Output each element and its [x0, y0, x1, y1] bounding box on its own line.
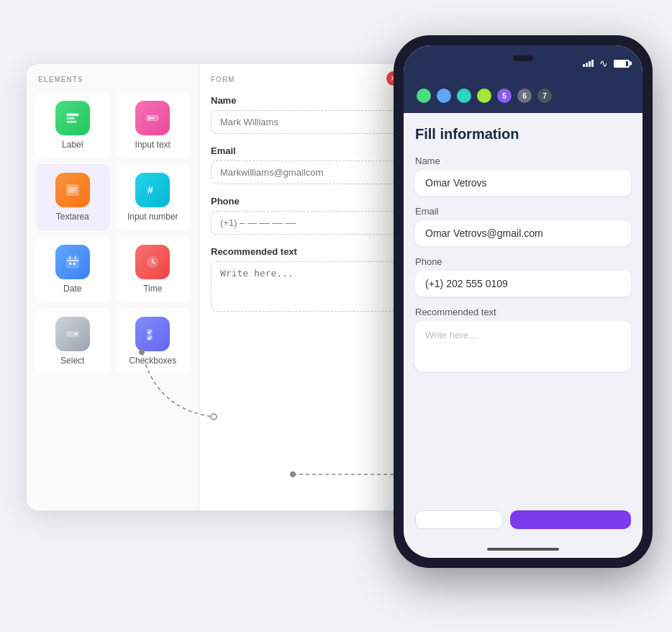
phone-status-bar: ∿	[404, 45, 643, 81]
next-button[interactable]	[510, 510, 631, 529]
rec-textarea[interactable]	[211, 261, 396, 312]
phone-home-bar	[404, 541, 643, 558]
back-button[interactable]	[415, 510, 503, 529]
phone-phone-label: Phone	[415, 256, 631, 267]
svg-rect-16	[73, 263, 76, 265]
phone-phone-value[interactable]: (+1) 202 555 0109	[415, 271, 631, 297]
element-label[interactable]: Label	[35, 92, 110, 158]
label-icon	[55, 101, 90, 135]
scene: ELEMENTS Label	[12, 21, 660, 611]
time-element-text: Time	[143, 284, 162, 294]
name-label: Name	[211, 95, 396, 106]
number-element-text: Input number	[127, 212, 178, 222]
svg-rect-15	[69, 263, 71, 265]
battery-icon	[614, 60, 630, 68]
select-icon	[55, 317, 90, 351]
phone-outer: ∿ 5 6 7	[394, 35, 653, 568]
signal-bar-2	[586, 63, 588, 67]
element-time[interactable]: Time	[116, 236, 191, 302]
svg-rect-2	[67, 121, 77, 123]
email-label: Email	[211, 145, 396, 156]
phone-name-label: Name	[415, 155, 631, 166]
signal-bar-3	[589, 61, 591, 67]
label-element-text: Label	[62, 140, 83, 150]
step-5: 5	[497, 89, 512, 103]
element-date[interactable]: Date	[35, 236, 110, 302]
number-icon: #	[135, 173, 170, 207]
step-6: 6	[517, 89, 532, 103]
form-title: FORM	[211, 76, 396, 83]
phone-rec-textarea[interactable]: Write here...	[415, 321, 631, 371]
phone-rec-placeholder: Write here...	[425, 330, 476, 340]
phone-email-label: Email	[415, 206, 631, 217]
svg-rect-0	[67, 114, 79, 117]
home-bar-line	[487, 548, 559, 551]
textarea-icon	[55, 173, 90, 207]
elements-grid: Label Input text	[32, 92, 193, 374]
phone-mockup: ∿ 5 6 7	[386, 21, 660, 582]
signal-bar-1	[583, 64, 585, 67]
input-icon	[135, 101, 170, 135]
form-area: FORM ✕ Name Email Phone Recommended text	[199, 64, 408, 510]
sidebar-title: ELEMENTS	[32, 76, 193, 92]
phone-actions	[404, 502, 643, 541]
check-icon	[135, 317, 170, 351]
phone-page-title: Fill information	[415, 126, 631, 143]
step-4	[477, 89, 491, 103]
form-field-email: Email	[211, 145, 396, 184]
date-element-text: Date	[63, 284, 81, 294]
builder-panel: ELEMENTS Label	[27, 64, 408, 510]
phone-label: Phone	[211, 196, 396, 207]
phone-inner: ∿ 5 6 7	[404, 45, 643, 558]
svg-rect-11	[67, 258, 79, 268]
element-checkboxes[interactable]: Checkboxes	[116, 308, 191, 374]
phone-rec-field: Recommended text Write here...	[415, 307, 631, 371]
phone-name-field: Name Omar Vetrovs	[415, 155, 631, 196]
steps-bar: 5 6 7	[404, 81, 643, 113]
step-3	[457, 89, 471, 103]
phone-phone-field: Phone (+1) 202 555 0109	[415, 256, 631, 297]
date-icon	[55, 245, 90, 279]
textarea-element-text: Textarea	[56, 212, 89, 222]
wifi-icon: ∿	[599, 58, 608, 69]
form-field-name: Name	[211, 95, 396, 134]
element-input-text[interactable]: Input text	[116, 92, 191, 158]
step-2	[437, 89, 451, 103]
input-element-text: Input text	[135, 140, 171, 150]
form-field-rec: Recommended text	[211, 246, 396, 315]
rec-label: Recommended text	[211, 246, 396, 257]
status-icons: ∿	[583, 58, 630, 69]
step-1	[417, 89, 431, 103]
signal-bars	[583, 60, 594, 67]
element-select[interactable]: Select	[35, 308, 110, 374]
email-input[interactable]	[211, 161, 396, 184]
phone-rec-label: Recommended text	[415, 307, 631, 317]
signal-bar-4	[591, 60, 594, 67]
battery-fill	[615, 61, 626, 66]
form-field-phone: Phone	[211, 196, 396, 235]
svg-text:#: #	[147, 184, 153, 196]
phone-name-value[interactable]: Omar Vetrovs	[415, 170, 631, 196]
element-textarea[interactable]: Textarea	[35, 164, 110, 230]
phone-email-field: Email Omar Vetrovs@gmail.com	[415, 206, 631, 246]
step-7: 7	[537, 89, 552, 103]
time-icon	[135, 245, 170, 279]
phone-notch	[513, 55, 533, 61]
phone-input[interactable]	[211, 211, 396, 235]
phone-email-value[interactable]: Omar Vetrovs@gmail.com	[415, 220, 631, 246]
name-input[interactable]	[211, 110, 396, 134]
element-input-number[interactable]: # Input number	[116, 164, 191, 230]
svg-rect-1	[67, 117, 75, 119]
select-element-text: Select	[60, 356, 84, 366]
elements-sidebar: ELEMENTS Label	[27, 64, 199, 510]
check-element-text: Checkboxes	[129, 356, 176, 366]
phone-content: Fill information Name Omar Vetrovs Email…	[404, 113, 643, 502]
